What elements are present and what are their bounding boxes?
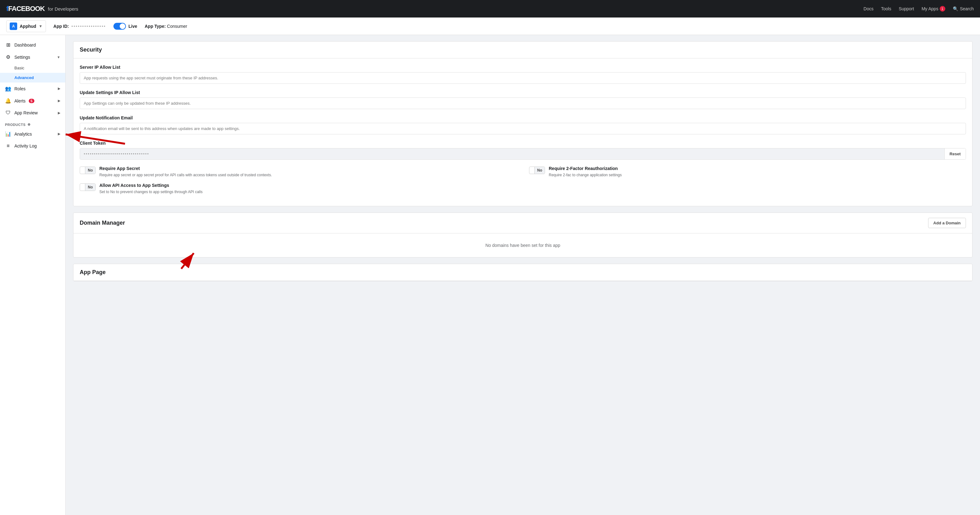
roles-icon: 👥 xyxy=(5,86,11,92)
sidebar-sub-item-advanced[interactable]: Advanced xyxy=(0,73,65,83)
roles-chevron-icon: ▶ xyxy=(58,87,60,91)
reset-token-button[interactable]: Reset xyxy=(944,148,966,159)
sidebar-item-analytics[interactable]: 📊 Analytics ▶ xyxy=(0,128,65,140)
server-ip-input[interactable] xyxy=(80,72,966,84)
settings-chevron-icon: ▼ xyxy=(57,55,60,59)
toggle-api-no-label: No xyxy=(85,184,95,191)
toggles-row-2: No Allow API Access to App Settings Set … xyxy=(80,183,966,195)
allow-api-desc: Set to No to prevent changes to app sett… xyxy=(99,189,202,195)
settings-icon: ⚙ xyxy=(5,54,11,60)
sidebar-item-alerts[interactable]: 🔔 Alerts 5 ▶ xyxy=(0,95,65,107)
app-page-card: App Page xyxy=(73,264,972,281)
activity-log-icon: ≡ xyxy=(5,143,11,149)
domain-empty-state: No domains have been set for this app xyxy=(73,234,972,257)
nav-logo-area: fFACEBOOK for Developers xyxy=(6,5,78,13)
update-settings-ip-input[interactable] xyxy=(80,97,966,109)
require-app-secret-toggle: No Require App Secret Require app secret… xyxy=(80,166,517,178)
toggle-no-label: No xyxy=(85,167,95,174)
facebook-logo: fFACEBOOK xyxy=(6,5,45,13)
security-title: Security xyxy=(80,46,102,53)
require-app-secret-switch[interactable]: No xyxy=(80,167,95,174)
live-label: Live xyxy=(129,24,137,29)
require-app-secret-text: Require App Secret Require app secret or… xyxy=(99,166,272,178)
require-2fa-title: Require 2-Factor Reauthorization xyxy=(549,166,622,171)
require-app-secret-desc: Require app secret or app secret proof f… xyxy=(99,172,272,178)
server-ip-field: Server IP Allow List xyxy=(80,65,966,84)
update-settings-ip-field: Update Settings IP Allow List xyxy=(80,90,966,109)
domain-manager-card: Domain Manager Add a Domain No domains h… xyxy=(73,213,972,258)
dashboard-icon: ⊞ xyxy=(5,42,11,48)
notification-email-input[interactable] xyxy=(80,123,966,134)
client-token-value: •••••••••••••••••••••••••••••••• xyxy=(80,148,944,159)
chevron-down-icon: ▼ xyxy=(39,24,43,29)
allow-api-toggle: No Allow API Access to App Settings Set … xyxy=(80,183,517,195)
analytics-icon: 📊 xyxy=(5,131,11,137)
analytics-chevron-icon: ▶ xyxy=(58,132,60,136)
app-id-section: App ID: •••••••••••••••• xyxy=(53,24,106,29)
allow-api-switch[interactable]: No xyxy=(80,183,95,191)
alerts-icon: 🔔 xyxy=(5,98,11,104)
toggle-2fa-off-label xyxy=(530,169,535,172)
main-content: Security Server IP Allow List Update Set… xyxy=(65,35,980,515)
app-selector[interactable]: A Apphud ▼ xyxy=(6,20,46,32)
require-2fa-toggle: No Require 2-Factor Reauthorization Requ… xyxy=(529,166,966,178)
alerts-badge: 5 xyxy=(29,99,34,103)
security-card: Security Server IP Allow List Update Set… xyxy=(73,41,972,206)
add-domain-button[interactable]: Add a Domain xyxy=(928,218,966,228)
nav-links: Docs Tools Support My Apps 1 🔍 Search xyxy=(864,6,974,11)
require-2fa-desc: Require 2-fac to change application sett… xyxy=(549,172,622,178)
notification-email-label: Update Notification Email xyxy=(80,115,966,120)
sidebar-item-dashboard[interactable]: ⊞ Dashboard xyxy=(0,39,65,51)
allow-api-text: Allow API Access to App Settings Set to … xyxy=(99,183,202,195)
app-icon: A xyxy=(10,22,17,30)
live-toggle[interactable]: Live xyxy=(113,23,137,30)
domain-manager-title: Domain Manager xyxy=(80,220,125,226)
nav-tools-link[interactable]: Tools xyxy=(881,6,891,11)
app-page-header: App Page xyxy=(73,264,972,281)
notification-email-field: Update Notification Email xyxy=(80,115,966,134)
security-card-body: Server IP Allow List Update Settings IP … xyxy=(73,59,972,206)
client-token-label: Client Token xyxy=(80,141,966,146)
my-apps-badge: 1 xyxy=(940,6,945,11)
server-ip-label: Server IP Allow List xyxy=(80,65,966,70)
app-review-chevron-icon: ▶ xyxy=(58,111,60,115)
require-2fa-text: Require 2-Factor Reauthorization Require… xyxy=(549,166,622,178)
app-name-label: Apphud xyxy=(20,24,36,29)
search-button[interactable]: 🔍 Search xyxy=(953,6,974,11)
app-type-section: App Type: Consumer xyxy=(145,24,187,29)
products-section-label: PRODUCTS ⊕ xyxy=(0,119,65,128)
main-layout: ⊞ Dashboard ⚙ Settings ▼ Basic Advanced … xyxy=(0,35,980,515)
update-settings-ip-label: Update Settings IP Allow List xyxy=(80,90,966,95)
app-page-title: App Page xyxy=(80,269,106,276)
search-icon: 🔍 xyxy=(953,6,958,11)
app-bar: A Apphud ▼ App ID: •••••••••••••••• Live… xyxy=(0,17,980,35)
app-review-icon: 🛡 xyxy=(5,110,11,116)
toggle-2fa-no-label: No xyxy=(535,167,545,174)
client-token-input-wrapper: •••••••••••••••••••••••••••••••• Reset xyxy=(80,148,966,160)
live-toggle-pill[interactable] xyxy=(113,23,126,30)
add-product-icon[interactable]: ⊕ xyxy=(27,122,30,127)
top-navigation: fFACEBOOK for Developers Docs Tools Supp… xyxy=(0,0,980,17)
alerts-chevron-icon: ▶ xyxy=(58,99,60,103)
toggle-off-label xyxy=(80,169,85,172)
sidebar: ⊞ Dashboard ⚙ Settings ▼ Basic Advanced … xyxy=(0,35,65,515)
sidebar-item-app-review[interactable]: 🛡 App Review ▶ xyxy=(0,107,65,119)
nav-docs-link[interactable]: Docs xyxy=(864,6,873,11)
for-developers-label: for Developers xyxy=(48,6,78,11)
nav-support-link[interactable]: Support xyxy=(899,6,914,11)
my-apps-button[interactable]: My Apps 1 xyxy=(921,6,945,11)
client-token-field: Client Token •••••••••••••••••••••••••••… xyxy=(80,141,966,160)
security-card-header: Security xyxy=(73,41,972,59)
sidebar-item-settings[interactable]: ⚙ Settings ▼ xyxy=(0,51,65,63)
require-2fa-switch[interactable]: No xyxy=(529,167,545,174)
app-type-value: Consumer xyxy=(167,24,187,29)
toggle-api-off-label xyxy=(80,186,85,188)
app-id-value: •••••••••••••••• xyxy=(72,24,106,29)
sidebar-sub-item-basic[interactable]: Basic xyxy=(0,63,65,73)
allow-api-title: Allow API Access to App Settings xyxy=(99,183,202,188)
sidebar-item-roles[interactable]: 👥 Roles ▶ xyxy=(0,83,65,95)
domain-manager-header: Domain Manager Add a Domain xyxy=(73,213,972,234)
require-app-secret-title: Require App Secret xyxy=(99,166,272,171)
toggles-row-1: No Require App Secret Require app secret… xyxy=(80,166,966,178)
sidebar-item-activity-log[interactable]: ≡ Activity Log xyxy=(0,140,65,152)
